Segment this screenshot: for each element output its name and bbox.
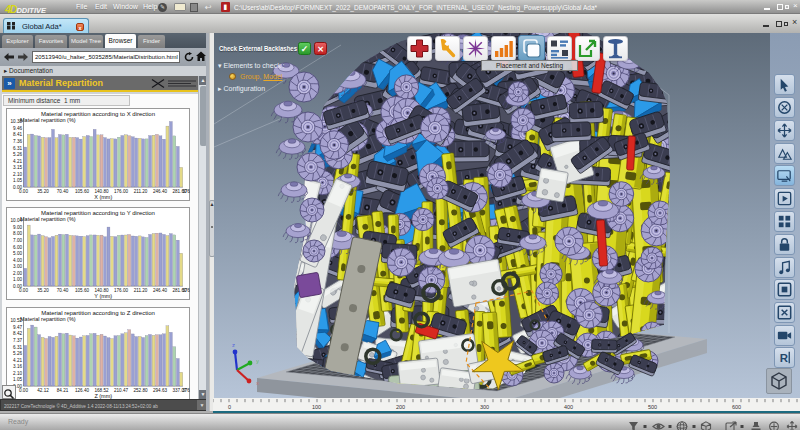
svg-text:246.40: 246.40 bbox=[153, 288, 167, 293]
svg-text:3.00: 3.00 bbox=[13, 264, 22, 269]
svg-text:300: 300 bbox=[480, 404, 489, 410]
svg-text:252.80: 252.80 bbox=[133, 388, 147, 393]
svg-text:70.40: 70.40 bbox=[57, 189, 69, 194]
svg-text:5.26: 5.26 bbox=[13, 351, 22, 356]
svg-text:4.00: 4.00 bbox=[13, 258, 22, 263]
svg-text:376: 376 bbox=[182, 189, 190, 194]
svg-text:70.40: 70.40 bbox=[57, 288, 69, 293]
svg-text:3.16: 3.16 bbox=[13, 364, 22, 369]
svg-text:10.38: 10.38 bbox=[11, 119, 23, 124]
svg-text:0.00: 0.00 bbox=[19, 388, 28, 393]
svg-text:105.60: 105.60 bbox=[75, 288, 89, 293]
svg-text:8.00: 8.00 bbox=[13, 231, 22, 236]
svg-text:1.05: 1.05 bbox=[13, 178, 22, 183]
svg-text:x: x bbox=[256, 380, 259, 386]
svg-text:10.04: 10.04 bbox=[11, 218, 23, 223]
svg-text:5.00: 5.00 bbox=[13, 251, 22, 256]
svg-text:7.00: 7.00 bbox=[13, 238, 22, 243]
svg-text:376: 376 bbox=[182, 288, 190, 293]
svg-text:4.21: 4.21 bbox=[13, 358, 22, 363]
svg-text:5.26: 5.26 bbox=[13, 152, 22, 157]
svg-text:7.37: 7.37 bbox=[13, 338, 22, 343]
svg-text:105.60: 105.60 bbox=[75, 189, 89, 194]
svg-text:X (mm): X (mm) bbox=[94, 194, 112, 200]
svg-text:Material repartition (%): Material repartition (%) bbox=[20, 117, 76, 123]
svg-text:Material repartition (%): Material repartition (%) bbox=[20, 316, 76, 322]
svg-text:35.20: 35.20 bbox=[37, 189, 49, 194]
svg-text:210.47: 210.47 bbox=[114, 388, 128, 393]
svg-text:9.46: 9.46 bbox=[13, 126, 22, 131]
svg-text:9.47: 9.47 bbox=[13, 325, 22, 330]
svg-text:10.52: 10.52 bbox=[11, 318, 23, 323]
svg-text:140.80: 140.80 bbox=[94, 288, 108, 293]
svg-text:176.00: 176.00 bbox=[114, 189, 128, 194]
svg-text:168.52: 168.52 bbox=[94, 388, 108, 393]
svg-text:211.20: 211.20 bbox=[134, 189, 148, 194]
svg-text:6.31: 6.31 bbox=[13, 146, 22, 151]
svg-text:0.00: 0.00 bbox=[19, 189, 28, 194]
svg-text:126.40: 126.40 bbox=[75, 388, 89, 393]
svg-text:R: R bbox=[780, 352, 788, 364]
svg-text:1.00: 1.00 bbox=[13, 277, 22, 282]
svg-text:400: 400 bbox=[564, 404, 573, 410]
svg-text:2.10: 2.10 bbox=[13, 172, 22, 177]
svg-text:2.10: 2.10 bbox=[13, 371, 22, 376]
svg-text:2.00: 2.00 bbox=[13, 271, 22, 276]
svg-text:7.36: 7.36 bbox=[13, 139, 22, 144]
svg-text:6.31: 6.31 bbox=[13, 345, 22, 350]
svg-text:100: 100 bbox=[312, 404, 321, 410]
svg-text:0: 0 bbox=[228, 404, 231, 410]
svg-text:0.00: 0.00 bbox=[19, 288, 28, 293]
svg-text:8.42: 8.42 bbox=[13, 331, 22, 336]
svg-text:y: y bbox=[256, 358, 259, 364]
svg-text:294.63: 294.63 bbox=[153, 388, 167, 393]
svg-text:4.21: 4.21 bbox=[13, 159, 22, 164]
svg-text:35.20: 35.20 bbox=[37, 288, 49, 293]
svg-text:3.15: 3.15 bbox=[13, 165, 22, 170]
svg-text:140.80: 140.80 bbox=[94, 189, 108, 194]
svg-text:246.40: 246.40 bbox=[153, 189, 167, 194]
svg-text:500: 500 bbox=[648, 404, 657, 410]
svg-text:200: 200 bbox=[396, 404, 405, 410]
svg-text:z: z bbox=[232, 342, 235, 348]
svg-text:1.05: 1.05 bbox=[13, 377, 22, 382]
svg-text:8.41: 8.41 bbox=[13, 132, 22, 137]
svg-text:600: 600 bbox=[732, 404, 741, 410]
svg-text:176.00: 176.00 bbox=[114, 288, 128, 293]
svg-text:Material repartition (%): Material repartition (%) bbox=[20, 216, 76, 222]
svg-text:6.00: 6.00 bbox=[13, 245, 22, 250]
svg-text:Y (mm): Y (mm) bbox=[94, 293, 112, 299]
svg-text:376: 376 bbox=[182, 388, 190, 393]
svg-text:211.20: 211.20 bbox=[134, 288, 148, 293]
svg-text:42.12: 42.12 bbox=[37, 388, 49, 393]
svg-text:84.21: 84.21 bbox=[57, 388, 69, 393]
svg-text:9.00: 9.00 bbox=[13, 225, 22, 230]
